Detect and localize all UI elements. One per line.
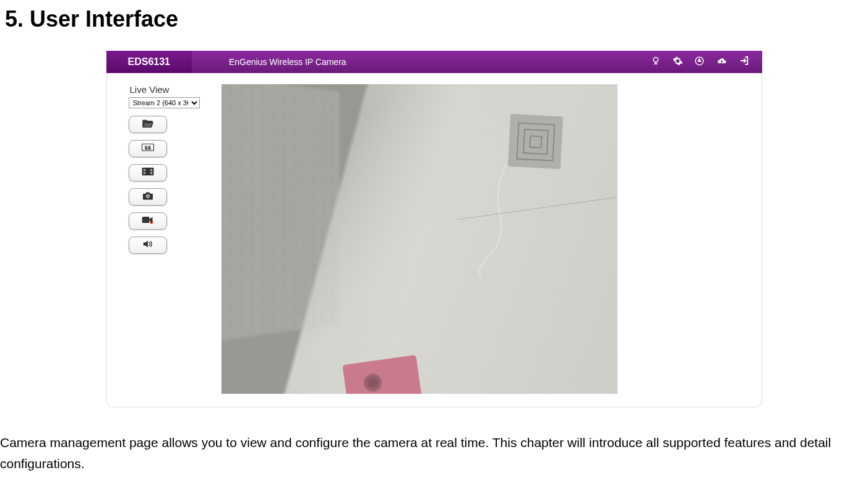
actual-size-icon: 1:1 [141,142,155,155]
camera-snapshot-icon [142,191,154,203]
camera-ui-screenshot: EDS6131 EnGenius Wireless IP Camera [106,51,762,407]
record-button[interactable] [129,212,167,230]
svg-point-6 [147,195,148,197]
camera-header-bar: EDS6131 EnGenius Wireless IP Camera [106,51,762,73]
stream-select[interactable]: Stream 2 (640 x 360) [129,97,200,108]
live-view-label: Live View [130,84,200,95]
alert-circle-icon[interactable] [694,56,705,69]
folder-button[interactable] [129,116,167,133]
model-label: EDS6131 [106,51,192,73]
left-controls: Live View Stream 2 (640 x 360) 1:1 [129,84,200,396]
svg-rect-4 [142,168,153,176]
gear-icon[interactable] [672,56,683,69]
body-text: Camera management page allows you to vie… [0,432,868,486]
logout-icon[interactable] [739,55,750,69]
video-feed [221,84,617,394]
camera-live-icon[interactable] [650,55,661,69]
audio-icon [142,239,154,251]
folder-open-icon [142,118,154,131]
video-record-icon [141,215,155,227]
fullscreen-button[interactable] [129,164,167,181]
header-icons [650,55,762,69]
fullscreen-icon [141,167,155,179]
svg-point-8 [150,221,152,224]
page-heading: 5. User Interface [0,0,868,51]
snapshot-button[interactable] [129,188,167,206]
actual-size-button[interactable]: 1:1 [129,140,167,157]
svg-point-0 [653,58,658,63]
svg-rect-7 [142,217,149,223]
svg-text:1:1: 1:1 [145,146,151,150]
audio-button[interactable] [129,237,167,254]
content-panel: Live View Stream 2 (640 x 360) 1:1 [106,73,762,407]
product-title: EnGenius Wireless IP Camera [192,57,346,67]
cloud-download-icon[interactable] [716,56,728,69]
